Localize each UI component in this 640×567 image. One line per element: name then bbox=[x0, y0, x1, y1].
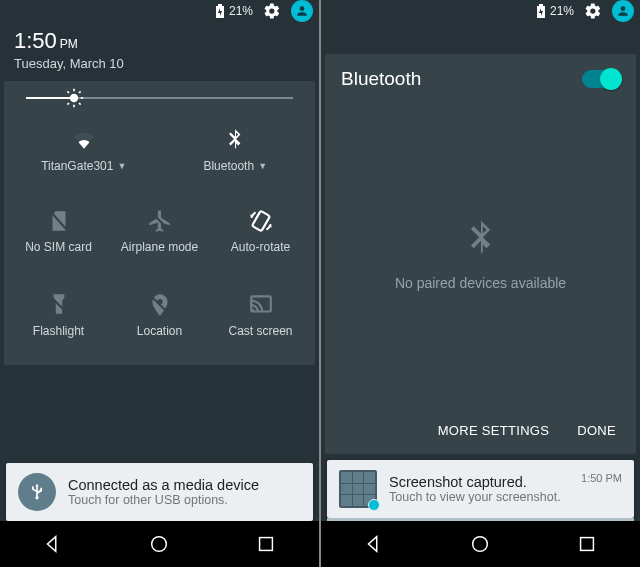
bluetooth-actions: MORE SETTINGS DONE bbox=[325, 407, 636, 454]
svg-line-8 bbox=[79, 91, 81, 93]
notification-subtitle: Touch for other USB options. bbox=[68, 493, 301, 507]
location-icon bbox=[147, 292, 173, 318]
rotate-tile[interactable]: Auto-rotate bbox=[210, 189, 311, 273]
svg-point-18 bbox=[473, 537, 488, 552]
clock-area: 1:50 PM Tuesday, March 10 bbox=[0, 22, 319, 81]
wifi-label: TitanGate301 bbox=[41, 159, 113, 173]
flashlight-icon bbox=[46, 292, 72, 318]
shade-bottom: Connected as a media device Touch for ot… bbox=[0, 365, 319, 521]
flashlight-label: Flashlight bbox=[33, 324, 84, 338]
svg-point-16 bbox=[152, 537, 167, 552]
brightness-slider[interactable] bbox=[8, 97, 311, 111]
bluetooth-panel: Bluetooth No paired devices available MO… bbox=[325, 54, 636, 454]
home-button[interactable] bbox=[148, 533, 170, 555]
rotate-label: Auto-rotate bbox=[231, 240, 290, 254]
notification-subtitle: Touch to view your screenshot. bbox=[389, 490, 569, 504]
brightness-icon bbox=[64, 88, 84, 108]
bluetooth-toggle[interactable] bbox=[582, 70, 620, 88]
clock-ampm: PM bbox=[60, 37, 78, 51]
person-icon bbox=[616, 4, 630, 18]
battery-icon bbox=[536, 4, 546, 18]
sim-label: No SIM card bbox=[25, 240, 92, 254]
more-settings-button[interactable]: MORE SETTINGS bbox=[438, 423, 550, 438]
chevron-down-icon: ▼ bbox=[117, 161, 126, 171]
bluetooth-title: Bluetooth bbox=[341, 68, 421, 90]
bluetooth-header: Bluetooth bbox=[325, 54, 636, 100]
profile-avatar[interactable] bbox=[291, 0, 313, 22]
battery-indicator: 21% bbox=[215, 4, 253, 18]
bluetooth-empty-state: No paired devices available bbox=[325, 100, 636, 407]
airplane-icon bbox=[147, 208, 173, 234]
recents-button[interactable] bbox=[255, 533, 277, 555]
screenshot-thumbnail bbox=[339, 470, 377, 508]
screen-quicksettings: 21% 1:50 PM Tuesday, March 10 TitanGate3… bbox=[0, 0, 319, 567]
cast-label: Cast screen bbox=[228, 324, 292, 338]
cast-tile[interactable]: Cast screen bbox=[210, 273, 311, 357]
svg-line-5 bbox=[67, 91, 69, 93]
airplane-tile[interactable]: Airplane mode bbox=[109, 189, 210, 273]
clock-date: Tuesday, March 10 bbox=[14, 56, 305, 71]
notification-time: 1:50 PM bbox=[581, 472, 622, 484]
back-button[interactable] bbox=[363, 533, 385, 555]
svg-line-7 bbox=[67, 103, 69, 105]
notification-title: Screenshot captured. bbox=[389, 474, 569, 490]
battery-percent: 21% bbox=[550, 4, 574, 18]
svg-rect-19 bbox=[580, 538, 593, 551]
navigation-bar bbox=[0, 521, 319, 567]
airplane-label: Airplane mode bbox=[121, 240, 198, 254]
cast-icon bbox=[248, 292, 274, 318]
status-bar: 21% bbox=[0, 0, 319, 22]
bluetooth-empty-message: No paired devices available bbox=[395, 275, 566, 291]
bluetooth-icon bbox=[222, 127, 248, 153]
back-button[interactable] bbox=[42, 533, 64, 555]
flashlight-tile[interactable]: Flashlight bbox=[8, 273, 109, 357]
battery-percent: 21% bbox=[229, 4, 253, 18]
clock-hhmm: 1:50 bbox=[14, 28, 57, 54]
no-sim-icon bbox=[46, 208, 72, 234]
sim-tile[interactable]: No SIM card bbox=[8, 189, 109, 273]
profile-avatar[interactable] bbox=[612, 0, 634, 22]
status-bar: 21% bbox=[321, 0, 640, 22]
screen-bluetooth-detail: 21% Bluetooth No paired devices availabl… bbox=[321, 0, 640, 567]
home-button[interactable] bbox=[469, 533, 491, 555]
person-icon bbox=[295, 4, 309, 18]
location-label: Location bbox=[137, 324, 182, 338]
settings-icon[interactable] bbox=[584, 2, 602, 20]
bluetooth-label: Bluetooth bbox=[203, 159, 254, 173]
svg-point-15 bbox=[250, 309, 253, 312]
auto-rotate-icon bbox=[248, 208, 274, 234]
battery-indicator: 21% bbox=[536, 4, 574, 18]
navigation-bar bbox=[321, 521, 640, 567]
svg-line-6 bbox=[79, 103, 81, 105]
bluetooth-icon bbox=[459, 217, 503, 261]
svg-point-0 bbox=[70, 94, 78, 102]
bluetooth-tile[interactable]: Bluetooth▼ bbox=[160, 111, 312, 189]
wifi-tile[interactable]: TitanGate301▼ bbox=[8, 111, 160, 189]
done-button[interactable]: DONE bbox=[577, 423, 616, 438]
clock-time: 1:50 PM bbox=[14, 28, 305, 54]
location-tile[interactable]: Location bbox=[109, 273, 210, 357]
notification-usb[interactable]: Connected as a media device Touch for ot… bbox=[6, 463, 313, 521]
battery-icon bbox=[215, 4, 225, 18]
notification-screenshot[interactable]: Screenshot captured. Touch to view your … bbox=[327, 460, 634, 518]
notification-title: Connected as a media device bbox=[68, 477, 301, 493]
quick-settings-panel: TitanGate301▼ Bluetooth▼ No SIM card Air… bbox=[4, 81, 315, 365]
settings-icon[interactable] bbox=[263, 2, 281, 20]
chevron-down-icon: ▼ bbox=[258, 161, 267, 171]
shade-bottom: Screenshot captured. Touch to view your … bbox=[321, 454, 640, 521]
recents-button[interactable] bbox=[576, 533, 598, 555]
svg-rect-17 bbox=[259, 538, 272, 551]
wifi-icon bbox=[71, 127, 97, 153]
usb-icon bbox=[18, 473, 56, 511]
